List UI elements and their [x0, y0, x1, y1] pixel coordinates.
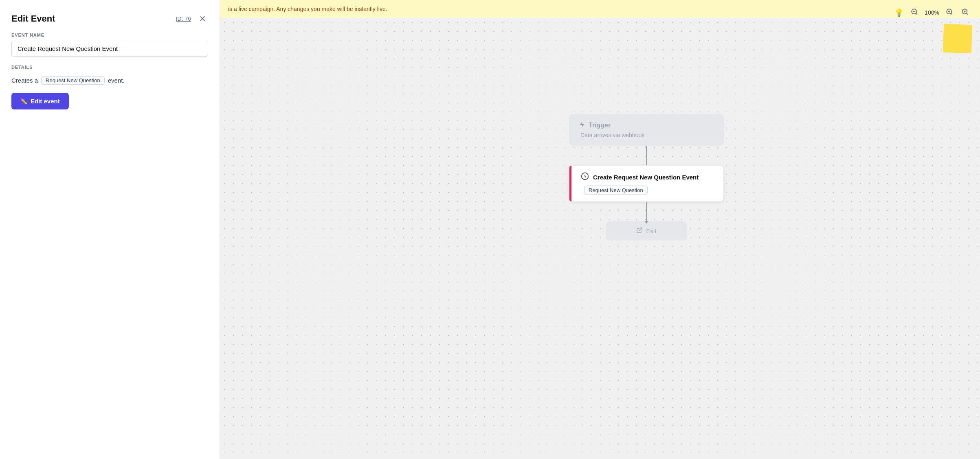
connector-line-2 [646, 202, 647, 221]
event-node-title: Create Request New Question Event [593, 174, 699, 181]
exit-node[interactable]: Exit [606, 221, 687, 240]
zoom-out-icon [911, 8, 918, 17]
event-node-badge: Request New Question [584, 186, 648, 195]
details-text: Creates a Request New Question event. [11, 76, 208, 85]
exit-icon [636, 227, 643, 235]
event-name-input[interactable] [11, 41, 208, 57]
trigger-icon [579, 121, 585, 129]
zoom-in-button[interactable] [943, 6, 956, 20]
svg-marker-11 [580, 122, 584, 127]
details-label: DETAILS [11, 65, 208, 70]
left-panel: Edit Event ID: 76 ✕ EVENT NAME DETAILS C… [0, 0, 220, 459]
svg-line-4 [951, 13, 952, 14]
panel-header-right: ID: 76 ✕ [176, 13, 208, 24]
zoom-out-button[interactable] [907, 6, 921, 20]
svg-line-13 [639, 228, 642, 231]
connector-line-1 [646, 146, 647, 165]
expand-icon [961, 8, 969, 17]
event-node-header: Create Request New Question Event [578, 172, 715, 182]
details-suffix: event. [108, 77, 125, 84]
banner-text: is a live campaign. Any changes you make… [228, 6, 387, 12]
svg-line-8 [966, 13, 967, 14]
pencil-icon: ✏️ [20, 98, 27, 105]
edit-event-label: Edit event [31, 98, 60, 105]
trigger-node[interactable]: Trigger Data arrives via webhook [569, 114, 724, 146]
panel-title: Edit Event [11, 13, 55, 24]
event-node[interactable]: Create Request New Question Event Reques… [569, 165, 724, 202]
lightbulb-button[interactable]: 💡 [892, 6, 906, 20]
edit-event-button[interactable]: ✏️ Edit event [11, 93, 69, 109]
panel-header: Edit Event ID: 76 ✕ [11, 13, 208, 24]
exit-label: Exit [646, 227, 656, 234]
event-node-badge-row: Request New Question [578, 186, 715, 195]
zoom-in-icon [946, 8, 953, 17]
details-prefix: Creates a [11, 77, 38, 84]
event-name-section: EVENT NAME [11, 33, 208, 57]
expand-button[interactable] [958, 6, 972, 20]
zoom-value: 100% [923, 9, 941, 16]
lightbulb-icon: 💡 [894, 8, 903, 17]
event-type-badge: Request New Question [41, 76, 105, 85]
flow-container: Trigger Data arrives via webhook Create … [569, 114, 724, 240]
event-node-icon [581, 172, 589, 182]
trigger-label: Trigger [589, 122, 611, 129]
event-id-link[interactable]: ID: 76 [176, 15, 191, 22]
canvas-controls: 💡 100% [892, 6, 972, 20]
details-section: DETAILS Creates a Request New Question e… [11, 65, 208, 85]
close-button[interactable]: ✕ [197, 13, 208, 24]
svg-line-1 [916, 13, 917, 14]
event-name-label: EVENT NAME [11, 33, 208, 37]
right-canvas: is a live campaign. Any changes you make… [220, 0, 980, 459]
top-banner: is a live campaign. Any changes you make… [220, 0, 980, 18]
trigger-sub: Data arrives via webhook [579, 132, 714, 138]
event-node-left-border [569, 166, 571, 201]
trigger-header: Trigger [579, 121, 714, 129]
sticky-note [943, 24, 972, 53]
